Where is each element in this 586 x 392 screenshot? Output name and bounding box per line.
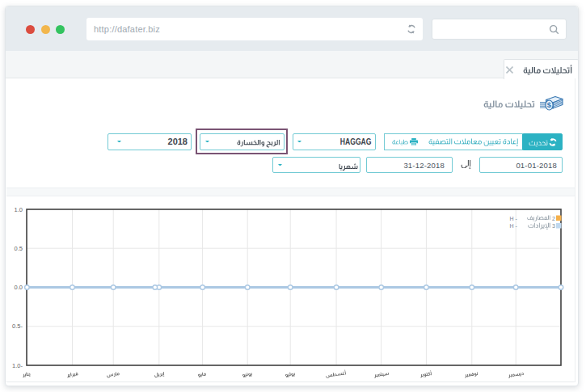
svg-text:3: 3 [552, 223, 555, 229]
svg-text:0.5: 0.5 [15, 245, 23, 252]
svg-text:1.0: 1.0 [15, 206, 23, 213]
svg-text:$: $ [547, 100, 552, 109]
svg-text:1.0-: 1.0- [12, 362, 23, 369]
svg-text:0.5-: 0.5- [12, 322, 23, 330]
svg-text:0.0: 0.0 [15, 284, 23, 291]
svg-text:2: 2 [552, 216, 555, 221]
